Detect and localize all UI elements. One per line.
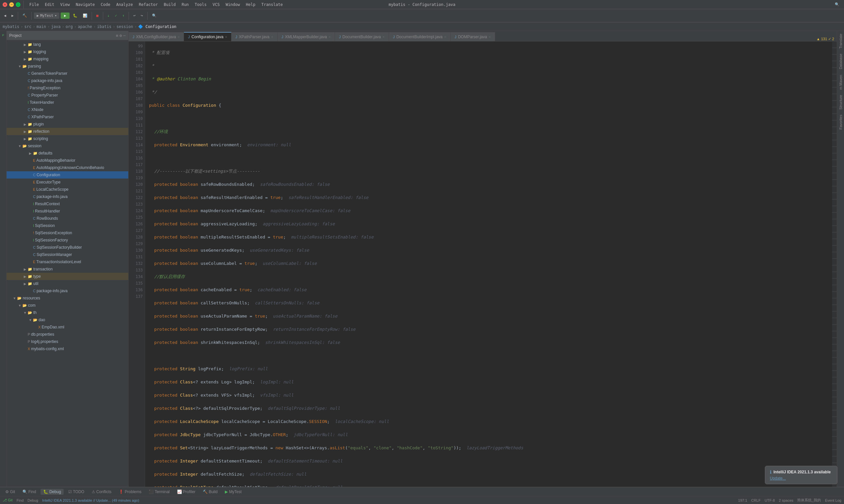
tree-node-scripting[interactable]: ▶ 📁 scripting bbox=[6, 135, 128, 142]
tab-close-btn[interactable]: × bbox=[382, 35, 384, 39]
tree-node-AutoMappingBehavior[interactable]: E AutoMappingBehavior bbox=[6, 157, 128, 164]
tab-DocumentBuilderImpl[interactable]: J DocumentBuilderImpl.java × bbox=[389, 32, 451, 41]
tab-close-btn[interactable]: × bbox=[444, 35, 446, 39]
find-status[interactable]: Find bbox=[16, 499, 23, 502]
run-config-dropdown[interactable]: ▶ MyTest ▾ bbox=[34, 13, 59, 19]
minimize-button[interactable]: − bbox=[9, 2, 14, 7]
menu-view[interactable]: View bbox=[58, 2, 72, 7]
tree-node-log4j-props[interactable]: P log4j.properties bbox=[6, 338, 128, 345]
forward-btn[interactable]: ▶ bbox=[10, 13, 16, 19]
tree-node-package-info3[interactable]: C package-info.java bbox=[6, 287, 128, 294]
tab-XPathParser[interactable]: J XPathParser.java × bbox=[231, 32, 278, 41]
find-btn[interactable]: 🔍 bbox=[150, 13, 159, 19]
tree-node-PropertyParser[interactable]: C PropertyParser bbox=[6, 92, 128, 99]
tab-close-btn[interactable]: × bbox=[178, 35, 180, 39]
breadcrumb-ibatis[interactable]: ibatis bbox=[97, 24, 111, 29]
tree-node-util[interactable]: ▶ 📁 util bbox=[6, 280, 128, 287]
maximize-button[interactable]: □ bbox=[16, 2, 20, 7]
stop-btn[interactable]: ■ bbox=[94, 13, 101, 19]
menu-file[interactable]: File bbox=[27, 2, 41, 7]
menu-edit[interactable]: Edit bbox=[42, 2, 57, 7]
tab-close-btn[interactable]: × bbox=[329, 35, 331, 39]
tree-node-session[interactable]: ▼ 📂 session bbox=[6, 142, 128, 149]
translate-label[interactable]: Translate bbox=[838, 31, 843, 51]
git-commit-btn[interactable]: ✓ bbox=[113, 13, 119, 19]
breadcrumb-apache[interactable]: apache bbox=[78, 24, 92, 29]
debug-tab-todo[interactable]: ☑ TODO bbox=[66, 489, 87, 495]
menu-help[interactable]: Help bbox=[243, 2, 258, 7]
tab-close-btn[interactable]: × bbox=[271, 35, 273, 39]
panel-minimize-btn[interactable]: — bbox=[123, 33, 126, 38]
tree-node-mybatis-config[interactable]: X mybatis-config.xml bbox=[6, 345, 128, 353]
tree-node-transaction[interactable]: ▶ 📁 transaction bbox=[6, 266, 128, 273]
redo-btn[interactable]: ↪ bbox=[139, 13, 145, 19]
tree-node-EmpDao[interactable]: X EmpDao.xml bbox=[6, 323, 128, 331]
tree-node-SqlSessionFactoryBuilder[interactable]: C SqlSessionFactoryBuilder bbox=[6, 244, 128, 251]
git-push-btn[interactable]: ↑ bbox=[120, 13, 126, 19]
tree-node-resources[interactable]: ▼ 📂 resources bbox=[6, 294, 128, 302]
debug-tab-git[interactable]: ⚙ Git bbox=[3, 489, 18, 495]
search-everywhere-btn[interactable]: 🔍 bbox=[833, 1, 841, 7]
run-btn[interactable]: ▶ bbox=[61, 13, 70, 19]
breadcrumb-main[interactable]: main bbox=[37, 24, 46, 29]
project-icon[interactable]: P bbox=[0, 32, 6, 38]
favorites-label[interactable]: Favorites bbox=[838, 112, 843, 132]
tree-node-XPathParser[interactable]: C XPathParser bbox=[6, 113, 128, 121]
tab-Configuration[interactable]: J Configuration.java × bbox=[184, 32, 231, 41]
debug-tab-problems[interactable]: ❗ Problems bbox=[116, 489, 144, 495]
indentation[interactable]: 2 spaces bbox=[779, 499, 793, 502]
code-editor[interactable]: 99 100 101 102 103 104 105 106 107 108 1… bbox=[128, 41, 837, 487]
git-status[interactable]: ⎇ Git bbox=[3, 498, 13, 502]
tree-node-lang[interactable]: ▶ 📁 lang bbox=[6, 41, 128, 48]
event-log[interactable]: Event Log bbox=[825, 499, 841, 502]
breadcrumb-session[interactable]: session bbox=[116, 24, 133, 29]
database-label[interactable]: Database bbox=[838, 51, 843, 72]
encoding[interactable]: UTF-8 bbox=[764, 499, 775, 502]
panel-settings-btn[interactable]: ⚙ bbox=[120, 33, 122, 38]
maven-label[interactable]: m Maven bbox=[838, 72, 843, 92]
menu-run[interactable]: Run bbox=[179, 2, 192, 7]
debug-tab-terminal[interactable]: ⬛ Terminal bbox=[146, 489, 172, 495]
tree-node-reflection[interactable]: ▶ 📁 reflection bbox=[6, 128, 128, 135]
tree-node-TransactionIsolationLevel[interactable]: E TransactionIsolationLevel bbox=[6, 258, 128, 266]
menu-tools[interactable]: Tools bbox=[192, 2, 209, 7]
code-content[interactable]: * 配置项 * * @author Clinton Begin */ publi… bbox=[145, 41, 832, 487]
menu-code[interactable]: Code bbox=[98, 2, 113, 7]
tree-node-com[interactable]: ▼ 📂 com bbox=[6, 302, 128, 309]
menu-navigate[interactable]: Navigate bbox=[73, 2, 98, 7]
tree-node-th[interactable]: ▼ 📂 th bbox=[6, 309, 128, 316]
debug-status[interactable]: Debug bbox=[28, 499, 38, 502]
debug-tab-build[interactable]: 🔨 Build bbox=[200, 489, 220, 495]
menu-vcs[interactable]: VCS bbox=[210, 2, 223, 7]
locale-info[interactable]: 简体系统_我的 bbox=[797, 498, 821, 503]
tree-node-SqlSessionException[interactable]: ! SqlSessionException bbox=[6, 229, 128, 236]
tree-node-XNode[interactable]: C XNode bbox=[6, 106, 128, 113]
tree-node-Configuration[interactable]: C Configuration bbox=[6, 171, 128, 179]
tree-node-dao[interactable]: ▼ 📂 dao bbox=[6, 316, 128, 323]
tree-node-db-props[interactable]: P db.properties bbox=[6, 331, 128, 338]
tree-node-RowBounds[interactable]: C RowBounds bbox=[6, 215, 128, 222]
menu-build[interactable]: Build bbox=[161, 2, 178, 7]
build-btn[interactable]: 🔨 bbox=[20, 13, 29, 19]
breadcrumb-org[interactable]: org bbox=[66, 24, 73, 29]
tree-node-ResultContext[interactable]: I ResultContext bbox=[6, 200, 128, 208]
debug-tab-find[interactable]: 🔍 Find bbox=[20, 489, 39, 495]
tab-XMLConfigBuilder[interactable]: J XMLConfigBuilder.java × bbox=[128, 32, 184, 41]
debug-tab-profiler[interactable]: 📈 Profiler bbox=[174, 489, 198, 495]
tree-node-AutoMappingUnknown[interactable]: E AutoMappingUnknownColumnBehavio bbox=[6, 164, 128, 171]
tab-DocumentBuilder[interactable]: J DocumentBuilder.java × bbox=[335, 32, 389, 41]
menu-refactor[interactable]: Refactor bbox=[136, 2, 160, 7]
tree-node-mapping[interactable]: ▶ 📁 mapping bbox=[6, 55, 128, 62]
breadcrumb-mybatis[interactable]: mybatis bbox=[3, 24, 19, 29]
tree-node-plugin[interactable]: ▶ 📁 plugin bbox=[6, 121, 128, 128]
tree-node-SqlSessionFactory[interactable]: I SqlSessionFactory bbox=[6, 236, 128, 244]
tab-close-btn[interactable]: × bbox=[225, 35, 227, 39]
undo-btn[interactable]: ↩ bbox=[131, 13, 137, 19]
tree-node-package-info[interactable]: C package-info.java bbox=[6, 77, 128, 84]
menu-translate[interactable]: Translate bbox=[259, 2, 286, 7]
breadcrumb-java[interactable]: java bbox=[51, 24, 61, 29]
menu-window[interactable]: Window bbox=[223, 2, 242, 7]
tree-node-SqlSessionManager[interactable]: C SqlSessionManager bbox=[6, 251, 128, 258]
tree-node-ParsingException[interactable]: ! ParsingException bbox=[6, 84, 128, 92]
tree-node-LocalCacheScope[interactable]: E LocalCacheScope bbox=[6, 186, 128, 193]
